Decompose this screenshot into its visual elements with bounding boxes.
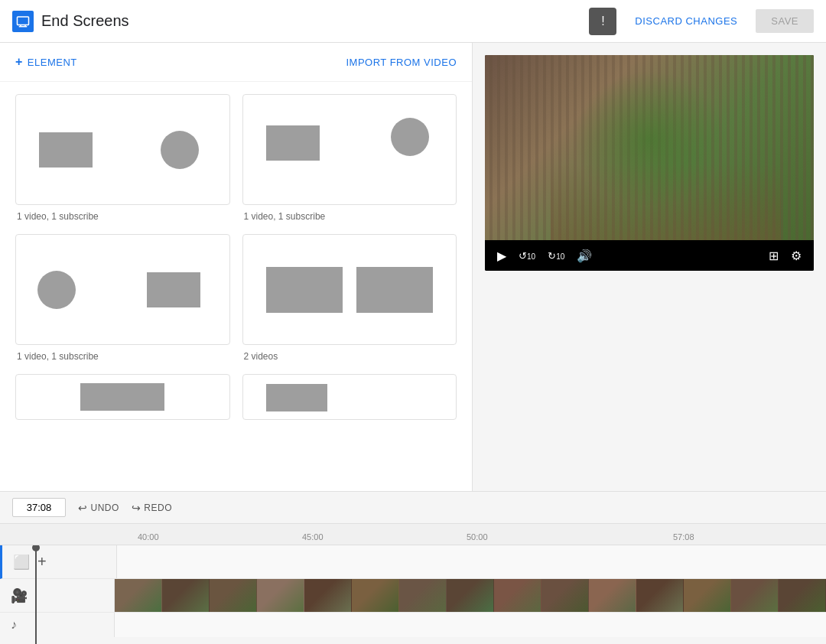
template-toolbar: + ELEMENT IMPORT FROM VIDEO — [0, 43, 472, 82]
timeline-ruler: 40:00 45:00 50:00 57:08 — [0, 524, 826, 545]
thumb-5 — [304, 579, 352, 612]
timecode-input[interactable]: 37:08 — [12, 498, 66, 517]
video-controls: ▶ ↺10 ↻10 🔊 ⊞ ⚙ — [485, 240, 814, 271]
settings-button[interactable]: ⚙ — [786, 246, 806, 266]
template-2-video-rect — [266, 125, 320, 161]
template-1-video-rect — [39, 132, 93, 168]
redo-button[interactable]: ↪ REDO — [132, 502, 172, 514]
template-2-subscribe-circle — [391, 118, 429, 156]
header-right: ! DISCARD CHANGES SAVE — [589, 8, 814, 35]
app-header: End Screens ! DISCARD CHANGES SAVE — [0, 0, 826, 43]
page-title: End Screens — [41, 12, 129, 30]
rewind-10-button[interactable]: ↺10 — [514, 247, 540, 265]
template-4[interactable]: 2 videos — [242, 234, 457, 362]
redo-icon: ↪ — [132, 502, 141, 514]
svg-rect-0 — [18, 17, 29, 25]
video-track-content — [115, 579, 826, 612]
audio-track-row: ♪ — [0, 613, 826, 637]
add-end-screen-button[interactable]: + — [37, 553, 47, 571]
video-image — [485, 55, 814, 240]
video-track-icon: 🎥 — [0, 579, 115, 612]
ruler-mark-40: 40:00 — [138, 532, 159, 542]
template-3[interactable]: 1 video, 1 subscribe — [15, 234, 230, 362]
plus-icon: + — [15, 55, 23, 69]
thumb-11 — [589, 579, 636, 612]
template-card-2[interactable] — [242, 94, 457, 205]
template-card-6[interactable] — [242, 374, 457, 420]
thumb-7 — [399, 579, 447, 612]
video-icon: 🎥 — [11, 587, 28, 604]
header-left: End Screens — [12, 11, 129, 32]
template-card-1[interactable] — [15, 94, 230, 205]
grid-button[interactable]: ⊞ — [764, 246, 783, 266]
templates-grid: 1 video, 1 subscribe 1 video, 1 subscrib… — [15, 94, 457, 426]
ruler-mark-45: 45:00 — [302, 532, 324, 542]
controls-right: ⊞ ⚙ — [764, 246, 806, 266]
music-icon: ♪ — [11, 618, 17, 632]
template-1-subscribe-circle — [161, 131, 199, 169]
undo-button[interactable]: ↩ UNDO — [78, 502, 119, 514]
screen-icon: ⬜ — [13, 554, 30, 571]
alert-icon[interactable]: ! — [589, 8, 616, 35]
thumb-6 — [352, 579, 399, 612]
hands-silhouette — [551, 164, 781, 240]
thumb-9 — [494, 579, 541, 612]
template-5[interactable] — [15, 374, 230, 426]
template-5-rect — [80, 383, 164, 411]
save-button[interactable]: SAVE — [756, 9, 814, 33]
template-2[interactable]: 1 video, 1 subscribe — [242, 94, 457, 222]
template-6-rect — [266, 384, 327, 411]
thumb-2 — [162, 579, 210, 612]
thumb-4 — [257, 579, 304, 612]
thumb-15 — [779, 579, 826, 612]
thumb-8 — [447, 579, 494, 612]
template-card-3[interactable] — [15, 234, 230, 345]
ruler-mark-50: 50:00 — [467, 532, 488, 542]
template-1-label: 1 video, 1 subscribe — [15, 211, 230, 222]
import-from-video-button[interactable]: IMPORT FROM VIDEO — [346, 57, 457, 68]
template-2-label: 1 video, 1 subscribe — [242, 211, 457, 222]
discard-button[interactable]: DISCARD CHANGES — [626, 9, 746, 33]
end-screens-track-icon: ⬜ + — [2, 545, 117, 578]
thumb-13 — [684, 579, 731, 612]
controls-left: ▶ ↺10 ↻10 🔊 — [493, 246, 597, 266]
template-4-video-rect-left — [266, 267, 343, 313]
video-preview: ▶ ↺10 ↻10 🔊 ⊞ ⚙ — [485, 55, 814, 271]
template-3-label: 1 video, 1 subscribe — [15, 351, 230, 362]
playhead — [35, 545, 37, 644]
thumb-14 — [731, 579, 779, 612]
add-element-button[interactable]: + ELEMENT — [15, 55, 77, 69]
template-1[interactable]: 1 video, 1 subscribe — [15, 94, 230, 222]
forward-10-button[interactable]: ↻10 — [543, 247, 569, 265]
template-6[interactable] — [242, 374, 457, 426]
volume-button[interactable]: 🔊 — [572, 246, 597, 266]
video-thumbnails — [115, 579, 826, 612]
end-screens-track-row: ⬜ + — [0, 545, 826, 579]
template-card-4[interactable] — [242, 234, 457, 345]
bottom-panel: 37:08 ↩ UNDO ↪ REDO 40:00 45:00 50:00 57… — [0, 491, 826, 644]
end-screens-icon — [12, 11, 34, 32]
template-3-subscribe-circle — [37, 271, 76, 309]
template-3-video-rect — [147, 272, 200, 307]
video-track-row: 🎥 — [0, 579, 826, 613]
audio-track-icon: ♪ — [0, 613, 115, 637]
timeline-tracks: ⬜ + 🎥 — [0, 545, 826, 644]
template-4-video-rect-right — [356, 267, 433, 313]
template-4-label: 2 videos — [242, 351, 457, 362]
thumb-12 — [636, 579, 684, 612]
thumb-3 — [210, 579, 257, 612]
audio-track-content — [115, 613, 826, 637]
thumb-10 — [541, 579, 589, 612]
play-button[interactable]: ▶ — [493, 246, 511, 266]
ruler-mark-57: 57:08 — [673, 532, 694, 542]
end-screens-track-content — [117, 545, 826, 578]
timeline-toolbar: 37:08 ↩ UNDO ↪ REDO — [0, 492, 826, 524]
template-card-5[interactable] — [15, 374, 230, 420]
thumb-1 — [115, 579, 162, 612]
undo-icon: ↩ — [78, 502, 88, 514]
